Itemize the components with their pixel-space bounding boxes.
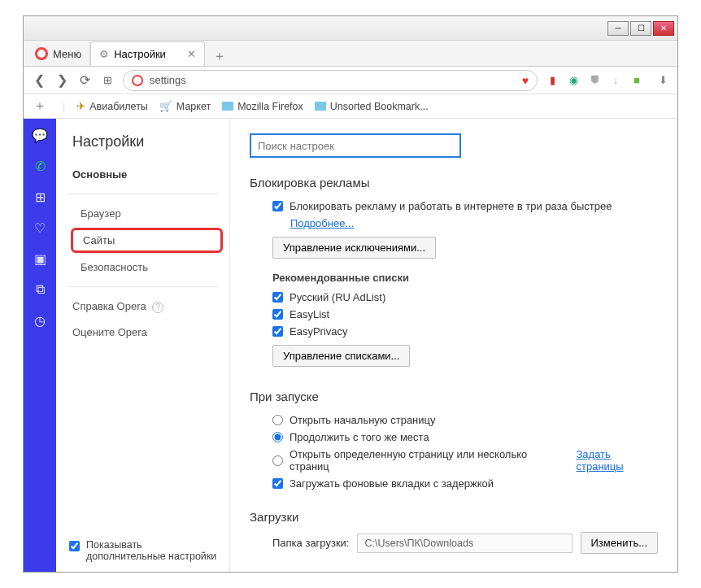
menu-label: Меню	[53, 48, 81, 60]
bookmark-item[interactable]: 🛒 Маркет	[159, 100, 211, 112]
list-ru-checkbox[interactable]: Русский (RU AdList)	[250, 289, 658, 306]
minimize-button[interactable]: ─	[607, 21, 629, 36]
back-button[interactable]: ❮	[32, 73, 46, 88]
manage-lists-button[interactable]: Управление списками...	[272, 345, 410, 367]
adblock-enable-checkbox[interactable]: Блокировать рекламу и работать в интерне…	[250, 198, 658, 215]
left-sidebar: 💬 ✆ ⊞ ♡ ▣ ⧉ ◷	[24, 119, 56, 572]
tab-title: Настройки	[114, 48, 166, 60]
whatsapp-icon[interactable]: ✆	[32, 158, 48, 174]
section-downloads: Загрузки	[250, 510, 658, 524]
reco-lists-heading: Рекомендованные списки	[250, 272, 658, 284]
help-icon: ?	[152, 302, 163, 313]
toolbar: ❮ ❯ ⟳ ⊞ ♥ ▮ ◉ ⛊ ↓ ■ ⬇	[24, 67, 677, 94]
bookmarks-icon[interactable]: ♡	[32, 220, 48, 236]
download-folder-input[interactable]	[357, 534, 572, 553]
new-tab-button[interactable]: ＋	[210, 46, 229, 66]
tab-strip: Меню ⚙ Настройки ✕ ＋	[24, 41, 677, 67]
opera-logo-icon	[35, 47, 48, 60]
startup-specific-radio[interactable]: Открыть определенную страницу или нескол…	[250, 446, 658, 475]
extension-icon-1[interactable]: ▮	[546, 74, 559, 87]
forward-button[interactable]: ❯	[54, 73, 69, 88]
settings-content: Блокировка рекламы Блокировать рекламу и…	[230, 119, 677, 572]
bookmark-folder[interactable]: Mozilla Firefox	[222, 101, 303, 112]
add-bookmark-button[interactable]: ＋	[33, 98, 46, 115]
nav-rate[interactable]: Оцените Opera	[56, 320, 229, 345]
extension-icon-5[interactable]: ■	[630, 74, 643, 87]
cart-icon: 🛒	[159, 100, 172, 112]
startup-lazy-checkbox[interactable]: Загружать фоновые вкладки с задержкой	[250, 475, 658, 492]
close-button[interactable]: ✕	[653, 21, 674, 36]
manage-exceptions-button[interactable]: Управление исключениями...	[272, 237, 436, 259]
bookmarks-bar: ＋ | ✈ Авиабилеты 🛒 Маркет Mozilla Firefo…	[24, 94, 677, 119]
reload-button[interactable]: ⟳	[77, 73, 92, 88]
tabs-icon[interactable]: ⧉	[32, 281, 48, 298]
section-adblock: Блокировка рекламы	[250, 176, 658, 189]
tab-settings[interactable]: ⚙ Настройки ✕	[90, 41, 205, 66]
nav-sites[interactable]: Сайты	[71, 228, 223, 253]
startup-continue-radio[interactable]: Продолжить с того же места	[250, 429, 658, 446]
downloads-icon[interactable]: ⬇	[656, 74, 669, 87]
adblock-more-link[interactable]: Подробнее...	[290, 217, 354, 229]
maximize-button[interactable]: ☐	[630, 21, 651, 36]
section-startup: При запуске	[250, 390, 658, 403]
address-bar[interactable]: ♥	[123, 70, 538, 91]
history-icon[interactable]: ◷	[32, 312, 48, 329]
bookmark-folder[interactable]: Unsorted Bookmark...	[315, 101, 429, 112]
folder-icon	[222, 102, 233, 111]
list-easyprivacy-checkbox[interactable]: EasyPrivacy	[250, 323, 658, 340]
gear-icon: ⚙	[99, 48, 109, 60]
address-input[interactable]	[150, 74, 516, 86]
speed-dial-button[interactable]: ⊞	[100, 73, 115, 88]
nav-browser[interactable]: Браузер	[64, 201, 229, 226]
extension-icon-2[interactable]: ◉	[567, 74, 580, 87]
settings-heading: Настройки	[56, 133, 229, 162]
window-titlebar: ─ ☐ ✕	[24, 16, 677, 41]
nav-help[interactable]: Справка Opera ?	[56, 294, 229, 320]
messenger-icon[interactable]: 💬	[32, 127, 48, 143]
nav-basic[interactable]: Основные	[56, 162, 229, 187]
change-folder-button[interactable]: Изменить...	[581, 532, 658, 554]
advanced-settings-checkbox[interactable]: Показывать дополнительные настройки	[69, 539, 221, 562]
opera-menu-button[interactable]: Меню	[27, 41, 90, 66]
plane-icon: ✈	[76, 100, 85, 112]
extension-icon-3[interactable]: ⛊	[588, 74, 601, 87]
tab-close-icon[interactable]: ✕	[187, 48, 196, 60]
download-folder-label: Папка загрузки:	[272, 537, 349, 549]
opera-logo-icon	[132, 75, 143, 86]
news-icon[interactable]: ▣	[32, 250, 48, 267]
startup-homepage-radio[interactable]: Открыть начальную страницу	[250, 412, 658, 429]
bookmark-item[interactable]: ✈ Авиабилеты	[76, 100, 148, 112]
settings-search-input[interactable]	[250, 133, 461, 158]
extension-icon-4[interactable]: ↓	[609, 74, 622, 87]
folder-icon	[315, 102, 326, 111]
settings-sidebar: Настройки Основные Браузер Сайты Безопас…	[56, 119, 230, 572]
set-pages-link[interactable]: Задать страницы	[576, 448, 658, 473]
nav-security[interactable]: Безопасность	[64, 255, 229, 280]
speed-dial-icon[interactable]: ⊞	[32, 189, 48, 205]
list-easylist-checkbox[interactable]: EasyList	[250, 306, 658, 323]
bookmark-heart-icon[interactable]: ♥	[522, 74, 529, 87]
